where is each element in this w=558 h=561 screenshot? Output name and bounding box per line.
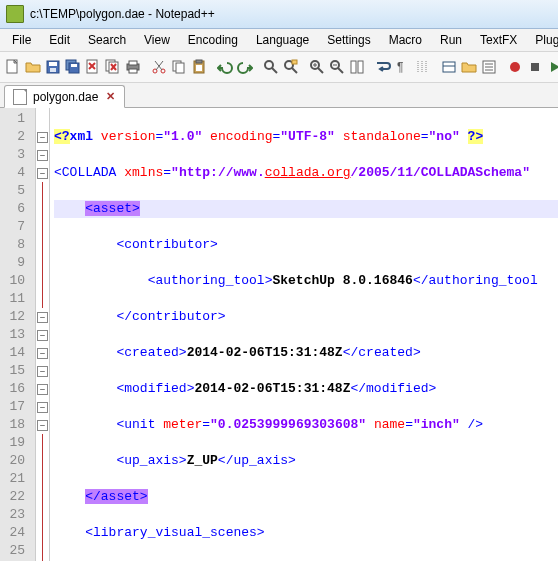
menu-encoding[interactable]: Encoding (180, 31, 246, 49)
indent-guide-button[interactable] (414, 56, 432, 78)
fold-line (42, 488, 43, 506)
sync-vscroll-button[interactable] (348, 56, 366, 78)
wordwrap-button[interactable] (374, 56, 392, 78)
line-number: 13 (0, 326, 25, 344)
svg-point-50 (510, 62, 520, 72)
line-number: 4 (0, 164, 25, 182)
document-icon (13, 89, 27, 105)
folder-button[interactable] (460, 56, 478, 78)
svg-rect-2 (49, 62, 57, 66)
line-number: 18 (0, 416, 25, 434)
menu-macro[interactable]: Macro (381, 31, 430, 49)
svg-rect-3 (50, 68, 56, 72)
fold-line (42, 434, 43, 452)
code-area[interactable]: <?xml version="1.0" encoding="UTF-8" sta… (50, 108, 558, 561)
line-number: 22 (0, 488, 25, 506)
fold-line (42, 470, 43, 488)
paste-button[interactable] (190, 56, 208, 78)
fold-toggle[interactable]: − (37, 348, 48, 359)
redo-button[interactable] (236, 56, 254, 78)
fold-line (42, 236, 43, 254)
fold-toggle[interactable]: − (37, 132, 48, 143)
menu-search[interactable]: Search (80, 31, 134, 49)
open-file-button[interactable] (24, 56, 42, 78)
tab-close-button[interactable]: ✕ (104, 91, 116, 103)
menu-textfx[interactable]: TextFX (472, 31, 525, 49)
menu-run[interactable]: Run (432, 31, 470, 49)
fold-toggle[interactable]: − (37, 402, 48, 413)
tab-active[interactable]: polygon.dae ✕ (4, 85, 125, 108)
svg-line-36 (338, 68, 343, 73)
line-number: 1 (0, 110, 25, 128)
print-button[interactable] (124, 56, 142, 78)
menu-edit[interactable]: Edit (41, 31, 78, 49)
line-number: 6 (0, 200, 25, 218)
new-file-button[interactable] (4, 56, 22, 78)
svg-rect-25 (196, 65, 202, 71)
copy-button[interactable] (170, 56, 188, 78)
line-number: 24 (0, 524, 25, 542)
fold-toggle[interactable]: − (37, 330, 48, 341)
save-button[interactable] (44, 56, 62, 78)
zoom-in-button[interactable] (308, 56, 326, 78)
close-all-button[interactable] (104, 56, 122, 78)
fold-toggle[interactable]: − (37, 420, 48, 431)
menu-settings[interactable]: Settings (319, 31, 378, 49)
svg-rect-15 (129, 61, 137, 65)
svg-text:¶: ¶ (397, 60, 403, 74)
svg-line-27 (272, 68, 277, 73)
fold-toggle[interactable]: − (37, 384, 48, 395)
zoom-out-button[interactable] (328, 56, 346, 78)
find-button[interactable] (262, 56, 280, 78)
macro-play-button[interactable] (546, 56, 558, 78)
app-window: c:\TEMP\polygon.dae - Notepad++ File Edi… (0, 0, 558, 561)
line-number: 19 (0, 434, 25, 452)
fold-toggle[interactable]: − (37, 150, 48, 161)
toolbar: ¶ (0, 52, 558, 83)
line-number-gutter: 1 2 3 4 5 6 7 8 9 10 11 12 13 14 15 16 1… (0, 108, 36, 561)
line-number: 15 (0, 362, 25, 380)
macro-record-button[interactable] (506, 56, 524, 78)
svg-rect-24 (196, 60, 202, 63)
menubar: File Edit Search View Encoding Language … (0, 29, 558, 52)
line-number: 23 (0, 506, 25, 524)
svg-line-29 (292, 68, 297, 73)
line-number: 14 (0, 344, 25, 362)
fold-toggle[interactable]: − (37, 366, 48, 377)
doc-list-button[interactable] (480, 56, 498, 78)
line-number: 12 (0, 308, 25, 326)
lang-button[interactable] (440, 56, 458, 78)
svg-point-26 (265, 61, 273, 69)
line-number: 16 (0, 380, 25, 398)
tabbar: polygon.dae ✕ (0, 83, 558, 108)
show-all-chars-button[interactable]: ¶ (394, 56, 412, 78)
menu-language[interactable]: Language (248, 31, 317, 49)
fold-line (42, 218, 43, 236)
replace-button[interactable] (282, 56, 300, 78)
svg-rect-16 (129, 69, 137, 73)
fold-toggle[interactable]: − (37, 168, 48, 179)
close-file-button[interactable] (84, 56, 102, 78)
fold-line (42, 182, 43, 200)
line-number: 10 (0, 272, 25, 290)
fold-line (42, 272, 43, 290)
svg-rect-51 (531, 63, 539, 71)
svg-rect-44 (443, 62, 455, 72)
fold-line (42, 254, 43, 272)
line-number: 11 (0, 290, 25, 308)
menu-view[interactable]: View (136, 31, 178, 49)
line-number: 7 (0, 218, 25, 236)
svg-rect-39 (358, 61, 363, 73)
fold-line (42, 290, 43, 308)
menu-file[interactable]: File (4, 31, 39, 49)
save-all-button[interactable] (64, 56, 82, 78)
fold-line (42, 452, 43, 470)
cut-button[interactable] (150, 56, 168, 78)
fold-toggle[interactable]: − (37, 312, 48, 323)
undo-button[interactable] (216, 56, 234, 78)
svg-line-19 (156, 61, 163, 70)
line-number: 8 (0, 236, 25, 254)
menu-plugins[interactable]: Plugins (527, 31, 558, 49)
editor[interactable]: 1 2 3 4 5 6 7 8 9 10 11 12 13 14 15 16 1… (0, 108, 558, 561)
macro-stop-button[interactable] (526, 56, 544, 78)
